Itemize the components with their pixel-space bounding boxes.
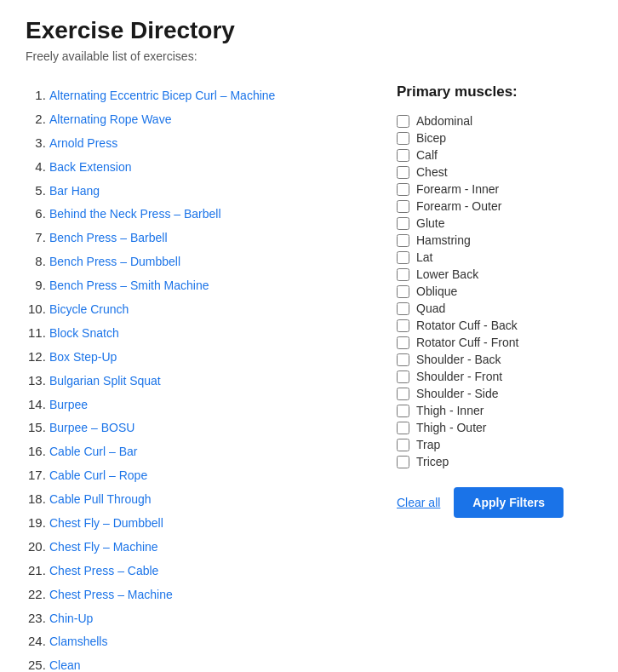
muscle-filter-item: Forearm - Inner <box>397 181 592 198</box>
list-item: Bench Press – Barbell <box>49 226 363 250</box>
muscle-checkbox[interactable] <box>397 422 409 434</box>
exercise-link[interactable]: Cable Curl – Rope <box>49 468 147 482</box>
exercise-link[interactable]: Chest Press – Cable <box>49 564 158 577</box>
muscle-checkbox[interactable] <box>397 388 409 400</box>
muscle-label: Shoulder - Back <box>416 353 501 366</box>
list-item: Bench Press – Smith Machine <box>49 273 363 297</box>
muscle-checkbox[interactable] <box>397 302 409 315</box>
exercise-link[interactable]: Bicycle Crunch <box>49 302 129 316</box>
muscle-checkbox[interactable] <box>397 200 409 213</box>
muscle-checkbox[interactable] <box>397 336 409 349</box>
muscle-checkbox[interactable] <box>397 251 409 264</box>
exercise-link[interactable]: Cable Pull Through <box>49 492 152 506</box>
list-item: Box Step-Up <box>49 345 363 369</box>
muscle-label: Lat <box>416 250 432 264</box>
muscle-filter-item: Thigh - Outer <box>397 419 592 436</box>
list-item: Chin-Up <box>49 606 363 630</box>
list-item: Cable Pull Through <box>49 487 363 511</box>
muscle-filter-item: Rotator Cuff - Front <box>397 334 592 351</box>
exercise-link[interactable]: Chest Press – Machine <box>49 588 173 601</box>
list-item: Block Snatch <box>49 321 363 345</box>
list-item: Behind the Neck Press – Barbell <box>49 202 363 226</box>
muscle-label: Lower Back <box>416 267 478 281</box>
list-item: Bulgarian Split Squat <box>49 369 363 393</box>
muscle-label: Quad <box>416 302 445 315</box>
muscle-checkbox[interactable] <box>397 439 409 451</box>
muscle-filter-item: Rotator Cuff - Back <box>397 317 592 334</box>
exercise-link[interactable]: Chin-Up <box>49 612 93 625</box>
exercise-link[interactable]: Bench Press – Smith Machine <box>49 279 209 292</box>
muscle-label: Tricep <box>416 455 449 468</box>
muscle-label: Rotator Cuff - Front <box>416 336 518 349</box>
muscle-filter-item: Lower Back <box>397 266 592 283</box>
muscle-label: Forearm - Outer <box>416 199 501 213</box>
exercise-list: Alternating Eccentric Bicep Curl – Machi… <box>26 83 363 672</box>
list-item: Cable Curl – Rope <box>49 463 363 487</box>
list-item: Cable Curl – Bar <box>49 439 363 463</box>
muscle-label: Calf <box>416 148 438 162</box>
exercise-link[interactable]: Bench Press – Barbell <box>49 231 168 244</box>
list-item: Bench Press – Dumbbell <box>49 250 363 273</box>
muscle-checkbox[interactable] <box>397 268 409 281</box>
exercise-link[interactable]: Clean <box>49 658 81 672</box>
exercise-link[interactable]: Box Step-Up <box>49 350 117 364</box>
page-subtitle: Freely available list of exercises: <box>26 49 592 63</box>
muscle-filter-item: Thigh - Inner <box>397 402 592 419</box>
muscle-checkbox[interactable] <box>397 234 409 247</box>
exercise-link[interactable]: Back Extension <box>49 160 132 174</box>
exercise-link[interactable]: Behind the Neck Press – Barbell <box>49 207 221 221</box>
muscle-filter-item: Trap <box>397 436 592 453</box>
muscle-checkbox[interactable] <box>397 319 409 332</box>
exercise-link[interactable]: Arnold Press <box>49 136 117 150</box>
muscle-label: Bicep <box>416 131 446 145</box>
exercise-link[interactable]: Alternating Rope Wave <box>49 112 171 126</box>
list-item: Chest Press – Machine <box>49 583 363 606</box>
list-item: Alternating Rope Wave <box>49 107 363 131</box>
muscle-label: Trap <box>416 438 440 451</box>
exercise-link[interactable]: Burpee – BOSU <box>49 421 134 434</box>
muscle-checkbox[interactable] <box>397 353 409 366</box>
apply-filters-button[interactable]: Apply Filters <box>454 487 564 518</box>
muscle-filter-item: Lat <box>397 249 592 266</box>
muscle-filter-item: Abdominal <box>397 112 592 129</box>
muscle-label: Shoulder - Side <box>416 387 499 400</box>
muscle-checkbox[interactable] <box>397 166 409 179</box>
muscle-checkbox[interactable] <box>397 370 409 383</box>
muscle-checkbox[interactable] <box>397 217 409 230</box>
exercise-link[interactable]: Bar Hang <box>49 184 100 198</box>
exercise-link[interactable]: Cable Curl – Bar <box>49 445 138 458</box>
exercise-link[interactable]: Chest Fly – Machine <box>49 540 158 554</box>
list-item: Back Extension <box>49 155 363 179</box>
muscle-label: Rotator Cuff - Back <box>416 319 518 332</box>
muscle-label: Thigh - Outer <box>416 421 486 434</box>
muscle-filter-item: Bicep <box>397 129 592 146</box>
clear-all-button[interactable]: Clear all <box>397 496 440 509</box>
muscle-label: Shoulder - Front <box>416 370 502 383</box>
main-layout: Alternating Eccentric Bicep Curl – Machi… <box>26 83 592 672</box>
exercise-link[interactable]: Block Snatch <box>49 326 119 340</box>
muscle-checkbox[interactable] <box>397 115 409 128</box>
filter-actions: Clear all Apply Filters <box>397 487 592 518</box>
exercise-link[interactable]: Chest Fly – Dumbbell <box>49 516 163 530</box>
exercise-link[interactable]: Clamshells <box>49 635 107 648</box>
exercise-link[interactable]: Bench Press – Dumbbell <box>49 255 180 268</box>
muscle-checkbox[interactable] <box>397 405 409 417</box>
muscle-label: Abdominal <box>416 114 472 128</box>
muscle-filter-item: Shoulder - Side <box>397 385 592 402</box>
muscle-checkbox[interactable] <box>397 183 409 196</box>
page-title: Exercise Directory <box>26 17 592 44</box>
muscle-label: Oblique <box>416 284 457 298</box>
muscle-checkbox[interactable] <box>397 132 409 145</box>
muscle-checkbox[interactable] <box>397 456 409 468</box>
muscle-filter-item: Tricep <box>397 453 592 470</box>
muscle-checkbox[interactable] <box>397 149 409 162</box>
exercise-link[interactable]: Burpee <box>49 398 88 411</box>
muscle-filter-item: Quad <box>397 300 592 317</box>
list-item: Chest Fly – Machine <box>49 535 363 559</box>
list-item: Alternating Eccentric Bicep Curl – Machi… <box>49 83 363 107</box>
muscle-checkbox[interactable] <box>397 285 409 298</box>
exercise-link[interactable]: Bulgarian Split Squat <box>49 374 161 388</box>
muscle-label: Forearm - Inner <box>416 182 499 196</box>
list-item: Bicycle Crunch <box>49 297 363 321</box>
exercise-link[interactable]: Alternating Eccentric Bicep Curl – Machi… <box>49 89 275 102</box>
